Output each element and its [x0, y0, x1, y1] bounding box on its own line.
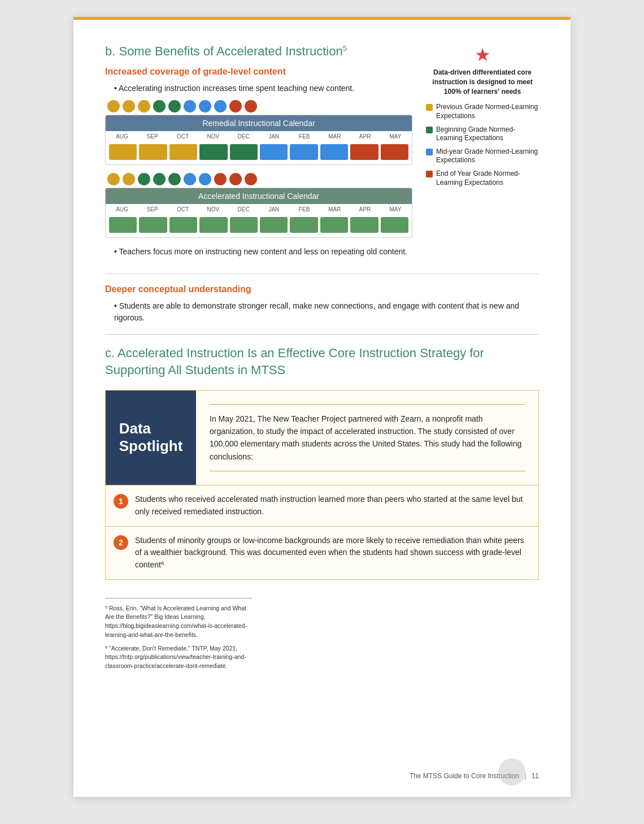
spotlight-right-panel: In May 2021, The New Teacher Project par…	[196, 391, 538, 485]
legend-item: End of Year Grade Normed-Learning Expect…	[426, 170, 539, 187]
footnote5: ⁵ Ross, Erin. "What Is Accelerated Learn…	[105, 604, 252, 640]
calendar-dot	[245, 173, 257, 185]
month-label: MAR	[321, 206, 347, 212]
calendar-dot	[229, 100, 242, 112]
calendar-dot	[199, 173, 211, 185]
remedial-calendar-header: Remedial Instructional Calendar	[106, 115, 412, 131]
calendar-bar	[230, 144, 258, 160]
month-label: MAR	[321, 133, 347, 140]
spotlight-box: Data Spotlight In May 2021, The New Teac…	[105, 390, 539, 486]
calendar-bar	[350, 144, 378, 160]
accelerated-months: AUGSEPOCTNOVDECJANFEBMARAPRMAY	[106, 204, 412, 215]
separator2	[105, 334, 539, 335]
calendar-bar	[109, 217, 137, 233]
legend-text: Beginning Grade Normed-Learning Expectat…	[436, 125, 539, 143]
calendar-dot	[214, 100, 227, 112]
footnote6: ⁶ "Accelerate, Don't Remediate." TNTP, M…	[105, 644, 252, 671]
legend-item: Previous Grade Normed-Learning Expectati…	[426, 103, 539, 120]
month-label: MAY	[382, 206, 408, 212]
accelerated-calendar-box: Accelerated Instructional Calendar AUGSE…	[105, 188, 412, 238]
bullet1: • Accelerating instruction increases tim…	[105, 83, 412, 94]
calendar-bar	[260, 217, 288, 233]
calendar-bar	[230, 217, 258, 233]
bullet3: • Students are able to demonstrate stron…	[105, 300, 539, 324]
month-label: DEC	[230, 206, 256, 212]
legend-list: Previous Grade Normed-Learning Expectati…	[426, 103, 539, 187]
number-circle: 1	[114, 494, 128, 509]
accelerated-dots-row	[105, 173, 412, 185]
remedial-months: AUGSEPOCTNOVDECJANFEBMARAPRMAY	[106, 131, 412, 142]
month-label: NOV	[200, 133, 226, 140]
numbered-items-list: 1 Students who received accelerated math…	[105, 485, 539, 579]
calendar-dot	[245, 100, 257, 112]
footer-page-number: 11	[532, 772, 539, 780]
footnote6-text: ⁶ "Accelerate, Don't Remediate." TNTP, M…	[105, 645, 246, 670]
spotlight-text: In May 2021, The New Teacher Project par…	[210, 413, 525, 463]
month-label: JAN	[261, 133, 287, 140]
section-b-layout: b. Some Benefits of Accelerated Instruct…	[105, 44, 539, 263]
calendar-dot	[229, 173, 242, 185]
calendar-bar	[199, 217, 227, 233]
month-label: FEB	[291, 206, 317, 212]
side-panel: ★ Data-driven differentiated core instru…	[426, 44, 539, 263]
month-label: SEP	[140, 206, 166, 212]
star-section: ★ Data-driven differentiated core instru…	[426, 44, 539, 96]
calendar-bar	[169, 217, 197, 233]
month-label: OCT	[170, 133, 196, 140]
separator1	[105, 274, 539, 274]
month-label: MAY	[382, 133, 408, 140]
calendar-dot	[184, 100, 196, 112]
numbered-item-text: Students who received accelerated math i…	[135, 493, 530, 518]
calendar-bar	[260, 144, 288, 160]
calendar-bar	[290, 217, 317, 233]
calendar-dot	[168, 173, 181, 185]
calendar-dot	[138, 100, 150, 112]
calendar-dot	[107, 100, 120, 112]
calendar-dot	[123, 100, 135, 112]
calendar-bar	[139, 217, 167, 233]
accelerated-calendar-header: Accelerated Instructional Calendar	[106, 188, 412, 204]
calendar-bar	[381, 217, 408, 233]
numbered-item: 1 Students who received accelerated math…	[105, 485, 539, 526]
spotlight-label: Data Spotlight	[119, 420, 183, 455]
calendar-bar	[350, 217, 378, 233]
star-icon: ★	[426, 44, 539, 66]
calendar-bar	[199, 144, 227, 160]
calendar-dot	[214, 173, 227, 185]
spotlight-bottom-line	[210, 471, 525, 471]
remedial-calendar-section: Remedial Instructional Calendar AUGSEPOC…	[105, 100, 412, 165]
spotlight-label-line2: Spotlight	[119, 437, 183, 454]
legend-text: Mid-year Grade Normed-Learning Expectati…	[436, 148, 539, 165]
remedial-calendar-box: Remedial Instructional Calendar AUGSEPOC…	[105, 115, 412, 165]
legend-dot	[426, 127, 433, 133]
calendar-dot	[153, 100, 166, 112]
calendar-bar	[381, 144, 408, 160]
month-label: FEB	[291, 133, 317, 140]
main-content: b. Some Benefits of Accelerated Instruct…	[105, 44, 412, 263]
month-label: OCT	[170, 206, 196, 212]
calendar-dot	[107, 173, 120, 185]
month-label: JAN	[261, 206, 287, 212]
spotlight-left-panel: Data Spotlight	[106, 391, 196, 485]
section-b-title: b. Some Benefits of Accelerated Instruct…	[105, 44, 412, 59]
section-b-title-text: b. Some Benefits of Accelerated Instruct…	[105, 44, 343, 58]
star-description: Data-driven differentiated core instruct…	[426, 68, 539, 96]
month-label: NOV	[200, 206, 226, 212]
numbered-item: 2 Students of minority groups or low-inc…	[105, 527, 539, 580]
legend-text: End of Year Grade Normed-Learning Expect…	[436, 170, 539, 187]
spotlight-top-line	[210, 404, 525, 405]
subsection2-title: Deeper conceptual understanding	[105, 284, 539, 294]
page: b. Some Benefits of Accelerated Instruct…	[73, 17, 571, 797]
accelerated-calendar-section: Accelerated Instructional Calendar AUGSE…	[105, 173, 412, 238]
calendar-bar	[320, 144, 348, 160]
footnotes-section: ⁵ Ross, Erin. "What Is Accelerated Learn…	[105, 598, 252, 671]
calendar-bar	[109, 144, 137, 160]
numbered-item-text: Students of minority groups or low-incom…	[135, 535, 530, 571]
remedial-dots-row	[105, 100, 412, 112]
spotlight-label-line1: Data	[119, 420, 151, 437]
calendar-bar	[320, 217, 348, 233]
month-label: DEC	[230, 133, 256, 140]
section-c-title: c. Accelerated Instruction Is an Effecti…	[105, 345, 539, 378]
footnote5-text: ⁵ Ross, Erin. "What Is Accelerated Learn…	[105, 605, 247, 638]
calendar-dot	[153, 173, 166, 185]
